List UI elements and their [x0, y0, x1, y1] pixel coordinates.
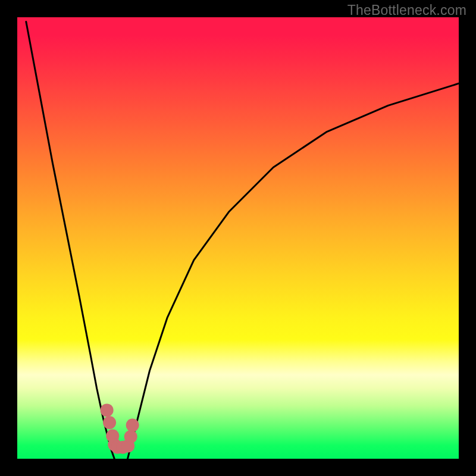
marker-dot	[124, 430, 137, 443]
watermark-text: TheBottleneck.com	[347, 2, 466, 18]
plot-area	[17, 17, 459, 459]
marker-dot	[101, 403, 114, 416]
marker-dot	[126, 419, 139, 432]
curve-layer	[17, 17, 459, 459]
curve-right-curve	[128, 83, 459, 459]
curve-left-curve	[26, 21, 114, 459]
marker-dot	[103, 416, 116, 429]
curves-group	[26, 21, 459, 459]
chart-frame: TheBottleneck.com	[0, 0, 476, 476]
